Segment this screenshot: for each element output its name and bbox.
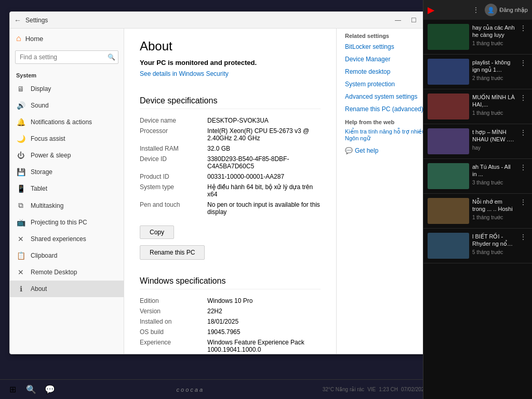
- related-settings-link[interactable]: Remote desktop: [345, 68, 432, 75]
- item-menu-button[interactable]: ⋮: [518, 163, 528, 189]
- video-meta: 2 tháng trước: [472, 75, 515, 81]
- video-meta: 1 tháng trước: [472, 110, 515, 116]
- list-item[interactable]: playlist - không ign ngủ 1 mình,... 2 th…: [423, 55, 532, 89]
- page-title: About: [140, 39, 321, 54]
- related-settings-link[interactable]: System protection: [345, 81, 432, 88]
- help-language-link[interactable]: Kiểm tra tính năng hỗ trợ nhiều Ngôn ngữ: [345, 128, 432, 142]
- spec-label: Experience: [140, 337, 207, 354]
- sidebar-item-clipboard[interactable]: 📋 Clipboard: [10, 247, 124, 264]
- list-item[interactable]: l BIẾT RỒI - Rhyder ng nổ cảm xúc ... 5 …: [423, 229, 532, 263]
- sidebar-item-power[interactable]: ⏻ Power & sleep: [10, 147, 124, 164]
- login-label[interactable]: Đăng nhập: [499, 7, 528, 14]
- sidebar-item-label: Notifications & actions: [31, 118, 92, 126]
- spec-label: Pen and touch: [140, 200, 207, 217]
- sidebar-item-label: Power & sleep: [31, 152, 71, 159]
- sidebar-item-remote[interactable]: ✕ Remote Desktop: [10, 264, 124, 281]
- item-menu-button[interactable]: ⋮: [518, 94, 528, 119]
- spec-label: Processor: [140, 126, 207, 143]
- weather-label: 32°C Nắng rải rác: [323, 387, 364, 392]
- video-info: t hợp – MÌNH NHAU (NEW ... Atus, Sơn Tùn…: [472, 128, 515, 154]
- related-settings-link[interactable]: Device Manager: [345, 56, 432, 63]
- video-info: l BIẾT RỒI - Rhyder ng nổ cảm xúc ... 5 …: [472, 233, 515, 259]
- spec-value: 18/01/2025: [207, 316, 321, 327]
- projecting-icon: 📺: [16, 218, 25, 227]
- taskbar-center: coocaa: [60, 387, 321, 393]
- item-menu-button[interactable]: ⋮: [518, 233, 528, 259]
- login-area: 👤 Đăng nhập: [485, 4, 528, 16]
- sidebar-home[interactable]: ⌂ Home: [10, 29, 124, 48]
- windows-spec-title: Windows specifications: [140, 276, 321, 289]
- item-menu-button[interactable]: ⋮: [518, 198, 528, 224]
- notifications-icon: 🔔: [16, 118, 25, 126]
- related-settings-link[interactable]: Rename this PC (advanced): [345, 105, 432, 113]
- browser-menu-btn[interactable]: ⋮: [472, 6, 480, 14]
- task-view-button[interactable]: 💬: [42, 381, 58, 398]
- spec-value: 19045.7965: [207, 327, 321, 337]
- item-menu-button[interactable]: ⋮: [518, 59, 528, 85]
- video-info: playlist - không ign ngủ 1 mình,... 2 th…: [472, 59, 515, 85]
- back-button[interactable]: ←: [14, 16, 21, 24]
- youtube-items-list: hay của các Anh he càng luyy 1 tháng trư…: [423, 20, 532, 383]
- spec-label: Device name: [140, 115, 207, 126]
- sidebar-item-shared[interactable]: ✕ Shared experiences: [10, 231, 124, 247]
- lang-label: VIE: [367, 387, 376, 392]
- maximize-button[interactable]: ☐: [407, 15, 420, 25]
- item-menu-button[interactable]: ⋮: [518, 24, 528, 50]
- sidebar-item-notifications[interactable]: 🔔 Notifications & actions: [10, 114, 124, 130]
- home-label: Home: [25, 35, 44, 43]
- sidebar-item-display[interactable]: 🖥 Display: [10, 81, 124, 97]
- sidebar-item-label: Display: [31, 85, 51, 92]
- search-input[interactable]: [15, 50, 118, 64]
- title-bar: ← Settings — ☐ ✕: [10, 12, 440, 29]
- video-title: t hợp – MÌNH NHAU (NEW ... Atus, Sơn Tùn…: [472, 128, 515, 143]
- spec-label: System type: [140, 182, 207, 200]
- window-title: Settings: [25, 17, 391, 24]
- search-button[interactable]: 🔍: [23, 381, 39, 398]
- copy-button-1[interactable]: Copy: [140, 225, 174, 239]
- minimize-button[interactable]: —: [391, 15, 405, 25]
- spec-value: Windows Feature Experience Pack 1000.190…: [207, 337, 321, 354]
- sidebar-item-multitasking[interactable]: ⧉ Multitasking: [10, 197, 124, 214]
- video-title: ah Tú Atus - All in ...: [472, 163, 515, 178]
- device-spec-title: Device specifications: [140, 96, 321, 109]
- related-settings-link[interactable]: Advanced system settings: [345, 93, 432, 100]
- sidebar-item-focus[interactable]: 🌙 Focus assist: [10, 130, 124, 147]
- sidebar-item-about[interactable]: ℹ About: [10, 281, 124, 297]
- spec-label: OS build: [140, 327, 207, 337]
- related-settings-link[interactable]: BitLocker settings: [345, 43, 432, 50]
- storage-icon: 💾: [16, 168, 25, 176]
- list-item[interactable]: hay của các Anh he càng luyy 1 tháng trư…: [423, 20, 532, 55]
- search-box: 🔍: [15, 50, 118, 64]
- sidebar-item-tablet[interactable]: 📱 Tablet: [10, 180, 124, 197]
- sidebar-item-projecting[interactable]: 📺 Projecting to this PC: [10, 214, 124, 231]
- video-meta: 3 tháng trước: [472, 180, 515, 185]
- spec-label: Product ID: [140, 171, 207, 182]
- video-thumbnail: [428, 198, 469, 224]
- spec-value: 32.0 GB: [207, 143, 321, 154]
- list-item[interactable]: t hợp – MÌNH NHAU (NEW ... Atus, Sơn Tùn…: [423, 124, 532, 159]
- rename-pc-button[interactable]: Rename this PC: [140, 245, 205, 260]
- spec-label: Installed RAM: [140, 143, 207, 154]
- video-thumbnail: [428, 24, 469, 50]
- list-item[interactable]: MUỐN MÌNH LÀ HAI,... 1 tháng trước ⋮: [423, 89, 532, 124]
- table-row: Pen and touchNo pen or touch input is av…: [140, 200, 321, 217]
- sidebar-item-label: Storage: [31, 168, 52, 176]
- sidebar-item-storage[interactable]: 💾 Storage: [10, 164, 124, 180]
- power-icon: ⏻: [16, 151, 25, 159]
- item-menu-button[interactable]: ⋮: [518, 128, 528, 154]
- list-item[interactable]: ah Tú Atus - All in ... 3 tháng trước ⋮: [423, 159, 532, 194]
- list-item[interactable]: Nỗi nhớ em trong ... .. Hoshi 1 tháng tr…: [423, 194, 532, 229]
- home-icon: ⌂: [16, 34, 21, 43]
- table-row: Installed RAM32.0 GB: [140, 143, 321, 154]
- display-icon: 🖥: [16, 85, 25, 93]
- start-button[interactable]: ⊞: [4, 381, 21, 398]
- get-help-link[interactable]: 💬 Get help: [345, 147, 432, 154]
- youtube-logo: ▶: [428, 5, 434, 15]
- table-row: Installed on18/01/2025: [140, 316, 321, 327]
- svg-rect-6: [428, 233, 469, 259]
- video-meta: 5 tháng trước: [472, 249, 515, 255]
- windows-security-link[interactable]: See details in Windows Security: [140, 70, 229, 77]
- video-title: hay của các Anh he càng luyy: [472, 24, 515, 39]
- sidebar-item-sound[interactable]: 🔊 Sound: [10, 97, 124, 114]
- sound-icon: 🔊: [16, 101, 25, 110]
